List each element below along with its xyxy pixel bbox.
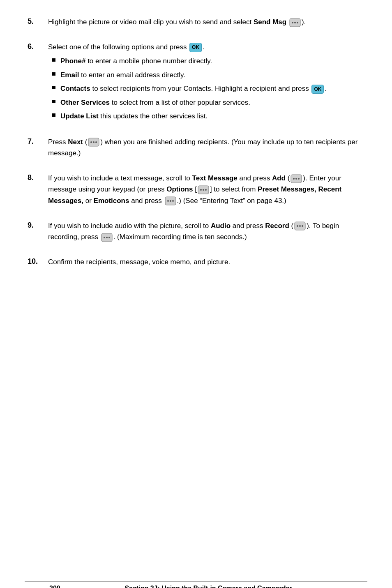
step-7-next-bold: Next <box>68 138 83 146</box>
bullet-square <box>52 58 55 62</box>
svg-point-1 <box>292 22 293 23</box>
soft-icon-8a <box>291 174 302 183</box>
step-6-body: Select one of the following options and … <box>48 42 364 125</box>
svg-point-6 <box>93 141 95 143</box>
step-5-bold: Send Msg <box>254 18 286 26</box>
bullet-square <box>52 100 55 103</box>
bullet-phone-text: Phone# to enter a mobile phone number di… <box>60 56 212 67</box>
step-9-audio-bold: Audio <box>211 222 231 230</box>
ok-icon-6: OK <box>189 43 202 52</box>
step-7-body: Press Next ( ) when you are finished add… <box>48 136 364 161</box>
step-8-num: 8. <box>28 173 48 182</box>
step-9: 9. If you wish to include audio with the… <box>28 220 364 245</box>
bullet-square <box>52 72 55 76</box>
svg-point-11 <box>298 178 300 180</box>
step-10-body: Confirm the recipients, message, voice m… <box>48 256 364 270</box>
step-7-text: Press Next ( ) when you are finished add… <box>48 136 364 159</box>
svg-point-22 <box>299 225 301 227</box>
sendmsg-icon-5 <box>289 18 301 27</box>
svg-point-10 <box>295 178 297 180</box>
svg-point-9 <box>293 178 295 180</box>
step-9-record-bold: Record <box>265 222 289 230</box>
svg-point-2 <box>294 22 296 23</box>
step-6-num: 6. <box>28 42 48 51</box>
bullet-phone: Phone# to enter a mobile phone number di… <box>52 56 364 67</box>
bullet-update-text: Update List this updates the other servi… <box>60 111 208 122</box>
step-8-options-bold: Options <box>166 185 193 193</box>
step-8-text: If you wish to include a text message, s… <box>48 173 364 206</box>
svg-point-18 <box>170 200 171 202</box>
svg-point-23 <box>302 225 303 227</box>
bullet-email: Email to enter an email address directly… <box>52 70 364 81</box>
soft-icon-7 <box>88 138 99 147</box>
footer-section-text: Section 2J: Using the Built-in Camera an… <box>74 585 343 588</box>
svg-point-13 <box>200 189 202 191</box>
page-footer: 200 Section 2J: Using the Built-in Camer… <box>25 581 367 588</box>
svg-point-15 <box>205 189 207 191</box>
step-8-body: If you wish to include a text message, s… <box>48 173 364 209</box>
svg-point-7 <box>95 141 97 143</box>
step-5-body: Highlight the picture or video mail clip… <box>48 16 364 30</box>
step-7: 7. Press Next ( ) when you are finished … <box>28 136 364 161</box>
step-10-num: 10. <box>28 256 48 266</box>
step-8-emoticons-bold: Emoticons <box>94 197 129 205</box>
svg-point-5 <box>90 141 92 143</box>
bullet-square <box>52 86 55 89</box>
bullet-update-list: Update List this updates the other servi… <box>52 111 364 122</box>
page-content: 5. Highlight the picture or video mail c… <box>28 16 364 270</box>
footer-page-number: 200 <box>49 585 74 588</box>
svg-point-25 <box>104 237 105 238</box>
soft-icon-8b <box>198 185 209 194</box>
bullet-contacts: Contacts to select recipients from your … <box>52 83 364 94</box>
ok-icon-contacts: OK <box>311 85 324 94</box>
svg-point-17 <box>167 200 169 202</box>
bullet-square <box>52 113 55 117</box>
sendmsg-icon-9 <box>101 233 113 242</box>
step-8: 8. If you wish to include a text message… <box>28 173 364 209</box>
step-5-text: Highlight the picture or video mail clip… <box>48 16 364 28</box>
svg-point-21 <box>297 225 298 227</box>
step-8-preset-bold: Preset Messages, Recent Messages, <box>48 185 341 204</box>
step-6: 6. Select one of the following options a… <box>28 42 364 125</box>
bullet-other-services: Other Services to select from a list of … <box>52 97 364 108</box>
svg-point-19 <box>172 200 174 202</box>
step-6-text: Select one of the following options and … <box>48 42 364 53</box>
step-6-bullets: Phone# to enter a mobile phone number di… <box>52 56 364 122</box>
step-5: 5. Highlight the picture or video mail c… <box>28 16 364 30</box>
step-7-num: 7. <box>28 136 48 146</box>
svg-point-14 <box>203 189 204 191</box>
bullet-other-text: Other Services to select from a list of … <box>60 97 250 108</box>
step-10: 10. Confirm the recipients, message, voi… <box>28 256 364 270</box>
step-9-text: If you wish to include audio with the pi… <box>48 220 364 242</box>
soft-icon-9a <box>294 221 306 231</box>
step-8-add-bold: Add <box>272 174 286 182</box>
svg-point-3 <box>297 22 298 23</box>
step-9-body: If you wish to include audio with the pi… <box>48 220 364 245</box>
sendmsg-icon-8 <box>165 196 176 205</box>
step-8-textmsg-bold: Text Message <box>192 174 238 182</box>
step-5-num: 5. <box>28 16 48 26</box>
svg-point-27 <box>108 237 110 238</box>
bullet-contacts-text: Contacts to select recipients from your … <box>60 83 327 94</box>
bullet-email-text: Email to enter an email address directly… <box>60 70 185 81</box>
page-wrapper: 5. Highlight the picture or video mail c… <box>25 16 367 588</box>
svg-point-26 <box>106 237 108 238</box>
step-9-num: 9. <box>28 220 48 230</box>
step-10-text: Confirm the recipients, message, voice m… <box>48 256 364 267</box>
